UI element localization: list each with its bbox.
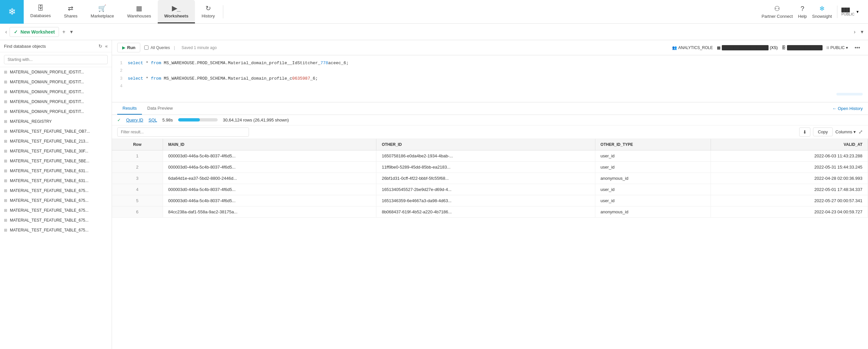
warehouse-name: ████████████ bbox=[722, 45, 769, 51]
nav-item-marketplace[interactable]: 🛒 Marketplace bbox=[84, 0, 121, 23]
nav-dropdown-button[interactable]: ▾ bbox=[859, 27, 865, 36]
list-item[interactable]: ⊞ MATERIAL_DOMAIN_PROFILE_IDSTIT... bbox=[0, 77, 112, 87]
tab-action-buttons: + ▾ bbox=[60, 27, 74, 36]
cell-valid-at-6: 2022-04-23 04:00:59.727 bbox=[711, 206, 868, 217]
cell-other-id-type-5: user_id bbox=[595, 195, 711, 206]
keyword-from-2: from bbox=[151, 76, 161, 81]
cell-row-6: 6 bbox=[112, 206, 163, 217]
current-worksheet-tab[interactable]: ✓ New Worksheet bbox=[9, 27, 59, 37]
sql-line-4: 4 bbox=[117, 82, 863, 90]
list-item[interactable]: ⊞ MATERIAL_TEST_FEATURE_TABLE_631... bbox=[0, 176, 112, 186]
nav-item-worksheets[interactable]: ▶_ Worksheets bbox=[158, 0, 195, 23]
list-item[interactable]: ⊞ MATERIAL_DOMAIN_PROFILE_IDSTIT... bbox=[0, 107, 112, 117]
snowsight-icon: ❄ bbox=[819, 5, 825, 12]
cell-row-1: 1 bbox=[112, 150, 163, 161]
run-label: Run bbox=[127, 45, 135, 50]
sidebar-collapse-button[interactable]: « bbox=[105, 43, 108, 49]
columns-selector-button[interactable]: Columns ▾ bbox=[835, 129, 856, 134]
list-item[interactable]: ⊞ MATERIAL_TEST_FEATURE_TABLE_30F... bbox=[0, 146, 112, 156]
copy-results-button[interactable]: Copy bbox=[813, 127, 833, 136]
sql-code-3: select * from MS_WAREHOUSE.PROD_SCHEMA.M… bbox=[128, 75, 318, 82]
cell-main-id-5: 000003d0-446a-5c4b-8037-4f6d5... bbox=[163, 195, 376, 206]
sql-code-2 bbox=[128, 67, 130, 74]
nav-label-databases: Databases bbox=[30, 13, 51, 18]
list-item[interactable]: ⊞ MATERIAL_TEST_FEATURE_TABLE_675... bbox=[0, 196, 112, 205]
cell-other-id-5: 1651346359-6e4667a3-da98-4d63... bbox=[376, 195, 595, 206]
role-person-icon: 👥 bbox=[672, 45, 677, 50]
logo-area[interactable]: ❄ bbox=[0, 0, 24, 24]
all-queries-checkbox-label[interactable]: All Queries bbox=[144, 45, 170, 50]
sidebar-refresh-button[interactable]: ↻ bbox=[98, 43, 102, 49]
content-area: ▶ Run All Queries | Saved 1 minute ago 👥… bbox=[112, 40, 868, 349]
list-item[interactable]: ⊞ MATERIAL_TEST_FEATURE_TABLE_213... bbox=[0, 136, 112, 146]
list-item[interactable]: ⊞ MATERIAL_REGISTRY bbox=[0, 117, 112, 126]
list-item[interactable]: ⊞ MATERIAL_TEST_FEATURE_TABLE_631... bbox=[0, 166, 112, 176]
nav-label-warehouses: Warehouses bbox=[127, 13, 151, 19]
nav-item-help[interactable]: ? Help bbox=[798, 5, 807, 19]
list-item[interactable]: ⊞ MATERIAL_TEST_FEATURE_TABLE_5BE... bbox=[0, 156, 112, 166]
sidebar: Find database objects ↻ « ⊞ MATERIAL_DOM… bbox=[0, 40, 112, 349]
snowflake-logo-icon: ❄ bbox=[8, 6, 16, 17]
worksheets-icon: ▶_ bbox=[172, 4, 181, 12]
list-item[interactable]: ⊞ MATERIAL_TEST_FEATURE_TABLE_675... bbox=[0, 205, 112, 215]
more-options-button[interactable]: ••• bbox=[852, 44, 863, 51]
nav-label-help: Help bbox=[798, 14, 807, 19]
query-timing: 5.98s bbox=[162, 118, 173, 123]
expand-results-button[interactable]: ⤢ bbox=[859, 129, 863, 135]
table-icon: ⊞ bbox=[4, 149, 7, 153]
db-item-name: MATERIAL_TEST_FEATURE_TABLE_631... bbox=[10, 168, 89, 173]
run-button[interactable]: ▶ Run bbox=[117, 43, 140, 52]
table-icon: ⊞ bbox=[4, 228, 7, 232]
schema-selector[interactable]: ⁞⁞ PUBLIC ▾ bbox=[827, 45, 848, 50]
table-icon: ⊞ bbox=[4, 119, 7, 124]
sql-table-suffix-1: aceec_6; bbox=[328, 61, 349, 65]
horizontal-scrollbar[interactable] bbox=[836, 93, 863, 95]
nav-item-snowsight[interactable]: ❄ Snowsight bbox=[812, 5, 832, 19]
nav-item-databases[interactable]: 🗄 Databases bbox=[24, 0, 57, 23]
nav-item-history[interactable]: ↻ History bbox=[195, 0, 221, 23]
user-menu[interactable]: ███ PUBLIC ▾ bbox=[837, 6, 863, 18]
list-item[interactable]: ⊞ MATERIAL_TEST_FEATURE_TABLE_675... bbox=[0, 186, 112, 196]
database-search-input[interactable] bbox=[4, 55, 108, 64]
nav-label-worksheets: Worksheets bbox=[164, 13, 188, 19]
nav-item-partner-connect[interactable]: ⚇ Partner Connect bbox=[762, 5, 793, 19]
cell-main-id-2: 000003d0-446a-5c4b-8037-4f6d5... bbox=[163, 161, 376, 172]
sql-table-path-2: MS_WAREHOUSE.PROD_SCHEMA.Material_domain… bbox=[164, 76, 292, 81]
sql-highlight-778: 778 bbox=[320, 61, 328, 65]
list-item[interactable]: ⊞ MATERIAL_DOMAIN_PROFILE_IDSTIT... bbox=[0, 97, 112, 107]
list-item[interactable]: ⊞ MATERIAL_TEST_FEATURE_TABLE_675... bbox=[0, 215, 112, 225]
table-row: 4 000003d0-446a-5c4b-8037-4f6d5... 16513… bbox=[112, 184, 868, 195]
left-panel-toggle-button[interactable]: ‹ bbox=[3, 28, 9, 36]
query-sql-link[interactable]: SQL bbox=[149, 118, 157, 123]
schema-dots-icon: ⁞⁞ bbox=[827, 45, 829, 50]
all-queries-checkbox[interactable] bbox=[144, 45, 149, 50]
sql-editor[interactable]: 1 select * from MS_WAREHOUSE.PROD_SCHEMA… bbox=[112, 55, 868, 102]
nav-item-warehouses[interactable]: ▦ Warehouses bbox=[121, 0, 158, 23]
sql-code-4 bbox=[128, 82, 130, 90]
toolbar-separator: | bbox=[174, 45, 175, 50]
list-item[interactable]: ⊞ MATERIAL_DOMAIN_PROFILE_IDSTIT... bbox=[0, 87, 112, 97]
list-item[interactable]: ⊞ MATERIAL_TEST_FEATURE_TABLE_675... bbox=[0, 225, 112, 235]
download-results-button[interactable]: ⬇ bbox=[799, 127, 810, 137]
query-id-link[interactable]: Query ID bbox=[126, 118, 143, 123]
database-cylinder-icon: 🗄 bbox=[782, 45, 786, 50]
results-tabs-bar: Results Data Preview ← Open History bbox=[112, 102, 868, 115]
list-item[interactable]: ⊞ MATERIAL_TEST_FEATURE_TABLE_OB7... bbox=[0, 126, 112, 136]
nav-forward-button[interactable]: › bbox=[852, 27, 858, 36]
cell-other-id-type-2: user_id bbox=[595, 161, 711, 172]
open-history-button[interactable]: ← Open History bbox=[832, 106, 863, 111]
line-number-2: 2 bbox=[117, 67, 123, 74]
list-item[interactable]: ⊞ MATERIAL_DOMAIN_PROFILE_IDSTIT... bbox=[0, 67, 112, 77]
help-icon: ? bbox=[801, 5, 804, 12]
nav-separator bbox=[223, 5, 223, 19]
db-item-name: MATERIAL_TEST_FEATURE_TABLE_675... bbox=[10, 228, 89, 232]
sql-line-1: 1 select * from MS_WAREHOUSE.PROD_SCHEMA… bbox=[117, 59, 863, 67]
result-filter-input[interactable] bbox=[117, 127, 249, 137]
add-worksheet-button[interactable]: + bbox=[60, 27, 67, 36]
tab-data-preview[interactable]: Data Preview bbox=[142, 102, 178, 115]
tab-results[interactable]: Results bbox=[117, 102, 142, 115]
nav-item-shares[interactable]: ⇄ Shares bbox=[57, 0, 84, 23]
table-icon: ⊞ bbox=[4, 218, 7, 223]
worksheet-dropdown-button[interactable]: ▾ bbox=[68, 27, 75, 36]
col-header-other-id: OTHER_ID bbox=[376, 139, 595, 151]
